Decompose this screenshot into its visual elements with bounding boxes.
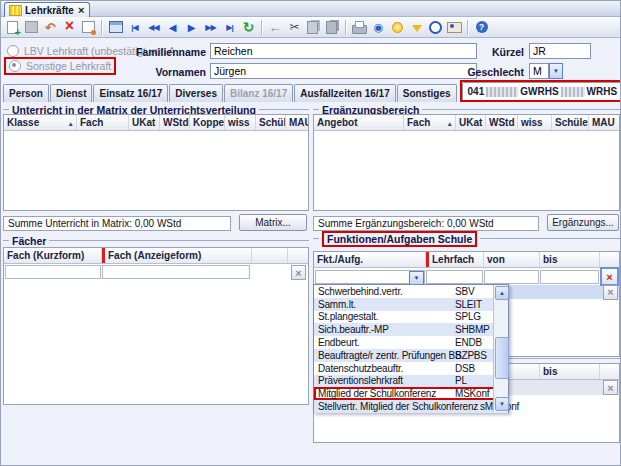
dropdown-item-highlighted[interactable]: Mitglied der SchulkonferenzMSKonf bbox=[314, 387, 508, 400]
matrix-button[interactable]: Matrix... bbox=[239, 214, 307, 231]
col-actions bbox=[600, 364, 619, 379]
col-koppel[interactable]: Koppel bbox=[190, 115, 225, 130]
ergaenzung-button[interactable]: Ergänzungs... bbox=[547, 214, 619, 231]
col-schueler[interactable]: Schüler bbox=[552, 115, 589, 130]
nav-fast-prev-icon[interactable] bbox=[144, 19, 163, 36]
col-wstd[interactable]: WStd bbox=[486, 115, 518, 130]
vornamen-field[interactable] bbox=[210, 63, 477, 79]
col-fach-anzeigeform[interactable]: Fach (Anzeigeform) bbox=[102, 248, 252, 263]
save-icon[interactable] bbox=[22, 19, 41, 36]
delete-row-button[interactable]: × bbox=[291, 265, 306, 280]
tab-dienst[interactable]: Dienst bbox=[50, 84, 93, 102]
delete-record-icon[interactable] bbox=[60, 19, 79, 36]
dropdown-item[interactable]: Sich.beauftr.-MPSHBMP bbox=[314, 323, 508, 336]
page-tabs: Person Dienst Einsatz 16/17 Diverses Bil… bbox=[3, 83, 621, 102]
close-icon[interactable]: × bbox=[78, 6, 84, 15]
person-card-icon[interactable] bbox=[445, 19, 464, 36]
delete-row-button[interactable]: × bbox=[600, 267, 619, 286]
tab-school[interactable]: 041 GWRHS WRHS bbox=[462, 82, 621, 100]
col-von[interactable]: von bbox=[484, 252, 540, 267]
kuerzel-field[interactable] bbox=[529, 43, 591, 59]
print-icon[interactable] bbox=[350, 19, 369, 36]
dropdown-item[interactable]: Stellvertr. Mitglied der Schulkonferenzs… bbox=[314, 400, 508, 413]
scroll-up-icon[interactable] bbox=[495, 286, 509, 300]
col-bis[interactable]: bis bbox=[540, 364, 600, 379]
col-lehrfach[interactable]: Lehrfach bbox=[426, 252, 484, 267]
cut-icon[interactable] bbox=[285, 19, 304, 36]
lehrfach-input[interactable] bbox=[426, 270, 483, 284]
nav-first-icon[interactable] bbox=[125, 19, 144, 36]
fkt-aufg-combobox[interactable] bbox=[315, 270, 425, 284]
refresh-icon[interactable] bbox=[239, 19, 258, 36]
help-icon[interactable] bbox=[472, 19, 491, 36]
window-icon[interactable] bbox=[106, 19, 125, 36]
dropdown-item[interactable]: Schwerbehind.vertr.SBV bbox=[314, 285, 508, 298]
fkt-aufg-dropdown-button[interactable] bbox=[409, 271, 424, 285]
dropdown-item[interactable]: St.plangestalt.SPLG bbox=[314, 311, 508, 324]
new-record-icon[interactable] bbox=[3, 19, 22, 36]
ergaenzung-sum-field: Summe Ergänzungsbereich: 0,00 WStd bbox=[313, 216, 539, 231]
document-tab-lehrkraefte[interactable]: Lehrkräfte × bbox=[4, 2, 90, 18]
fach-kurzform-input[interactable] bbox=[5, 265, 101, 279]
nav-prev-icon[interactable] bbox=[163, 19, 182, 36]
back-arrow-icon[interactable] bbox=[266, 19, 285, 36]
col-bis[interactable]: bis bbox=[540, 252, 600, 267]
col-wiss[interactable]: wiss bbox=[225, 115, 256, 130]
tab-bilanz: Bilanz 16/17 bbox=[224, 84, 293, 102]
tab-einsatz[interactable]: Einsatz 16/17 bbox=[93, 84, 168, 102]
nav-last-icon[interactable] bbox=[220, 19, 239, 36]
col-angebot[interactable]: Angebot bbox=[314, 115, 404, 130]
col-mau[interactable]: MAU bbox=[589, 115, 619, 130]
clock-icon[interactable] bbox=[426, 19, 445, 36]
undo-icon[interactable] bbox=[41, 19, 60, 36]
tab-sonstiges[interactable]: Sonstiges bbox=[397, 84, 457, 102]
dropdown-scrollbar[interactable] bbox=[493, 285, 508, 412]
col-fach-kurzform[interactable]: Fach (Kurzform) bbox=[4, 248, 102, 263]
view-icon[interactable] bbox=[369, 19, 388, 36]
geschlecht-dropdown-button[interactable] bbox=[549, 63, 563, 79]
lbv-lehrkraft-radio[interactable] bbox=[7, 45, 19, 57]
paste-icon[interactable] bbox=[323, 19, 342, 36]
teachers-icon bbox=[10, 6, 21, 15]
tab-diverses[interactable]: Diverses bbox=[169, 84, 223, 102]
fach-anzeigeform-input[interactable] bbox=[102, 265, 250, 279]
familienname-field[interactable] bbox=[210, 43, 477, 59]
delete-row-button[interactable]: × bbox=[603, 285, 618, 300]
copy-icon[interactable] bbox=[304, 19, 323, 36]
col-wiss[interactable]: wiss bbox=[518, 115, 552, 130]
edit-form-icon[interactable] bbox=[79, 19, 98, 36]
delete-row-button[interactable]: × bbox=[603, 380, 618, 395]
school-tab-highlight-box: 041 GWRHS WRHS bbox=[460, 80, 621, 102]
nav-next-icon[interactable] bbox=[182, 19, 201, 36]
col-wstd[interactable]: WStd bbox=[160, 115, 190, 130]
bis-input[interactable] bbox=[540, 270, 599, 284]
ergaenzung-table: Angebot Fach UKat WStd wiss Schüler MAU bbox=[313, 114, 620, 211]
hint-icon[interactable] bbox=[388, 19, 407, 36]
toolbar-separator bbox=[101, 20, 103, 35]
col-fach[interactable]: Fach bbox=[404, 115, 456, 130]
col-fach[interactable]: Fach bbox=[77, 115, 129, 130]
col-klasse[interactable]: Klasse bbox=[4, 115, 77, 130]
col-fkt-aufg[interactable]: Fkt./Aufg. bbox=[314, 252, 426, 267]
lehrkraefte-window: Lehrkräfte × LBV Lehrkraf bbox=[0, 0, 621, 466]
tab-person[interactable]: Person bbox=[3, 84, 49, 102]
col-schueler[interactable]: Schüler bbox=[256, 115, 286, 130]
dropdown-item[interactable]: Samm.lt.SLEIT bbox=[314, 298, 508, 311]
geschlecht-field[interactable] bbox=[529, 63, 549, 79]
dropdown-item[interactable]: Endbeurt.ENDB bbox=[314, 336, 508, 349]
nav-fast-next-icon[interactable] bbox=[201, 19, 220, 36]
dropdown-item[interactable]: Beauftragte/r zentr. Prüfungen BSBZPBS bbox=[314, 349, 508, 362]
filter-icon[interactable] bbox=[407, 19, 426, 36]
col-ukat[interactable]: UKat bbox=[456, 115, 486, 130]
sonstige-lehrkraft-radio[interactable] bbox=[9, 60, 21, 72]
von-input[interactable] bbox=[484, 270, 539, 284]
toolbar bbox=[1, 17, 621, 38]
scrollbar-thumb[interactable] bbox=[495, 337, 509, 379]
col-mau[interactable]: MAU bbox=[286, 115, 308, 130]
col-ukat[interactable]: UKat bbox=[129, 115, 160, 130]
dropdown-item[interactable]: Datenschutzbeauftr.DSB bbox=[314, 362, 508, 375]
dropdown-item[interactable]: PräventionslehrkraftPL bbox=[314, 375, 508, 388]
scroll-down-icon[interactable] bbox=[495, 397, 509, 411]
tab-ausfallzeiten[interactable]: Ausfallzeiten 16/17 bbox=[294, 84, 395, 102]
redacted-text bbox=[486, 87, 518, 97]
